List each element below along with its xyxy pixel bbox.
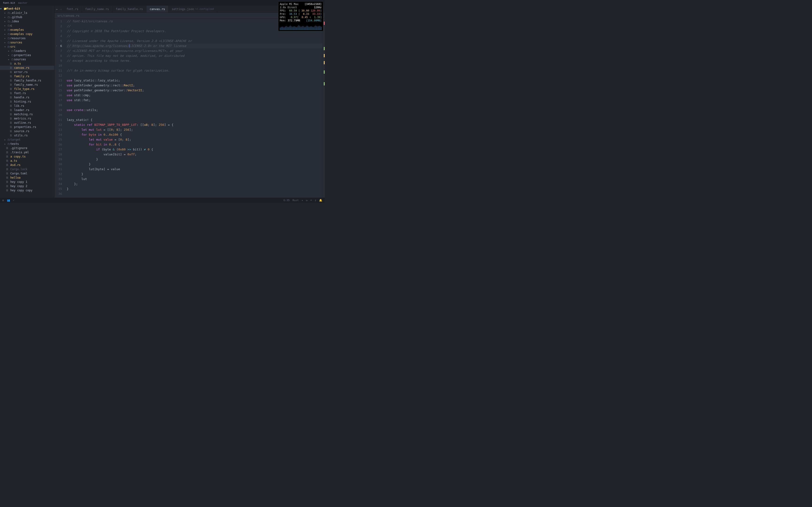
- code-line[interactable]: // http://www.apache.org/licenses/LICENS…: [67, 44, 322, 48]
- minimap-marker[interactable]: [324, 61, 325, 64]
- code-line[interactable]: use std::fmt;: [67, 98, 322, 103]
- code-line[interactable]: }: [67, 162, 322, 167]
- terminal-icon[interactable]: ⌨: [310, 199, 312, 202]
- code-line[interactable]: let mut value = [0; 8];: [67, 137, 322, 142]
- tree-item[interactable]: ▸ 🗀.elixir_ls: [0, 11, 54, 15]
- tab[interactable]: settings.json~/.config/zed: [168, 6, 217, 12]
- code-line[interactable]: // <LICENSE-MIT or http://opensource.org…: [67, 48, 322, 53]
- nav-back-icon[interactable]: ←: [56, 7, 58, 11]
- panel-toggle-icon[interactable]: ⊞: [2, 199, 4, 202]
- tab[interactable]: family_handle.rs: [112, 6, 147, 12]
- minimap-marker[interactable]: [324, 47, 325, 50]
- cursor-position[interactable]: 6:35: [284, 199, 290, 202]
- tree-item[interactable]: ▸ 🗀sources: [0, 40, 54, 45]
- tree-item[interactable]: 🗎source.rs: [0, 129, 54, 133]
- tree-item[interactable]: 🗎family.rs: [0, 74, 54, 78]
- tree-item[interactable]: 🗎utils.rs: [0, 133, 54, 137]
- tree-item[interactable]: ▸ 🗀loaders: [0, 49, 54, 53]
- code-line[interactable]: use crate::utils;: [67, 108, 322, 112]
- tree-item[interactable]: 🗎outline.rs: [0, 121, 54, 125]
- tree-item[interactable]: 🗎.travis.yml: [0, 150, 54, 155]
- tree-item[interactable]: ▸ 🗀properties: [0, 53, 54, 57]
- code-line[interactable]: for bit in 0..8 {: [67, 142, 322, 147]
- tree-item[interactable]: ▸ 🗀.github: [0, 15, 54, 19]
- code-line[interactable]: //: [67, 34, 322, 39]
- notification-icon[interactable]: 🔔: [319, 199, 322, 202]
- code-area[interactable]: 12345⚡6789101112131415161718192021222324…: [54, 19, 325, 198]
- code-line[interactable]: [67, 112, 322, 117]
- tree-item[interactable]: 🗎file_type.rs: [0, 87, 54, 91]
- tree-item[interactable]: ▸ 🗀resources: [0, 36, 54, 40]
- code-line[interactable]: // except according to those terms.: [67, 58, 322, 63]
- code-line[interactable]: value[bit] = 0xff;: [67, 152, 322, 157]
- code-line[interactable]: lazy_static! {: [67, 117, 322, 122]
- code-line[interactable]: use lazy_static::lazy_static;: [67, 78, 322, 83]
- tree-item[interactable]: ▸ 🗀examples copy: [0, 32, 54, 36]
- code-line[interactable]: }: [67, 172, 322, 176]
- nav-forward-icon[interactable]: →: [60, 7, 61, 11]
- tree-item[interactable]: 🗎family_name.rs: [0, 82, 54, 87]
- run-icon[interactable]: ⚡: [56, 44, 57, 48]
- tree-item[interactable]: 🗎properties.rs: [0, 125, 54, 129]
- tab[interactable]: family_name.rs: [82, 6, 112, 12]
- code-line[interactable]: lut: [67, 176, 322, 181]
- collab-icon[interactable]: 👥: [7, 199, 10, 202]
- code-line[interactable]: static ref BITMAP_1BPP_TO_8BPP_LUT: [[u8…: [67, 122, 322, 127]
- code-line[interactable]: use std::cmp;: [67, 93, 322, 98]
- zed-icon[interactable]: z: [315, 199, 316, 202]
- minimap-marker[interactable]: [324, 70, 325, 74]
- tree-item[interactable]: 🗎metrics.rs: [0, 116, 54, 121]
- tree-item[interactable]: 🗎font.rs: [0, 91, 54, 95]
- tree-item[interactable]: 🗎lib.rs: [0, 104, 54, 108]
- tree-item[interactable]: ▸ 🗀examples: [0, 28, 54, 32]
- tree-item[interactable]: 🗎canvas.rs: [0, 66, 54, 70]
- code-line[interactable]: };: [67, 181, 322, 186]
- code-line[interactable]: }: [67, 157, 322, 162]
- tree-item[interactable]: 🗎Cargo.lock: [0, 167, 54, 171]
- code-line[interactable]: // Licensed under the Apache License, Ve…: [67, 39, 322, 44]
- tree-item[interactable]: 🗎Asd.rs: [0, 163, 54, 167]
- tree-item[interactable]: 🗎Cargo.toml: [0, 171, 54, 176]
- code-line[interactable]: [67, 63, 322, 68]
- tree-item[interactable]: 🗎matching.rs: [0, 112, 54, 116]
- tree-item[interactable]: ▸ 🗀.idea: [0, 19, 54, 23]
- tree-item[interactable]: 🗎helloa: [0, 176, 54, 180]
- tree-item[interactable]: 🗎error.rs: [0, 70, 54, 74]
- code-line[interactable]: }: [67, 186, 322, 191]
- code-line[interactable]: [67, 191, 322, 196]
- check-icon[interactable]: ✓: [13, 199, 14, 202]
- tree-root[interactable]: ▾ 📁font-kit: [0, 7, 54, 11]
- tree-item[interactable]: ▸ 🗀sources: [0, 57, 54, 61]
- tree-item[interactable]: 🗎family_handle.rs: [0, 78, 54, 82]
- feedback-icon[interactable]: ✉: [306, 199, 308, 202]
- code-line[interactable]: for byte in 0..0x100 {: [67, 132, 322, 137]
- file-tree[interactable]: ▾ 📁font-kit▸ 🗀.elixir_ls▸ 🗀.github▸ 🗀.id…: [0, 6, 54, 198]
- tab[interactable]: font.rs: [63, 6, 82, 12]
- tab[interactable]: canvas.rs: [146, 6, 168, 12]
- minimap[interactable]: [322, 19, 325, 198]
- language-mode[interactable]: Rust: [293, 199, 299, 202]
- tree-item[interactable]: 🗎hey copy 2: [0, 184, 54, 188]
- tree-item[interactable]: 🗎hinting.rs: [0, 100, 54, 104]
- code-line[interactable]: lut[byte] = value: [67, 167, 322, 172]
- code-line[interactable]: [67, 73, 322, 78]
- code-line[interactable]: //! An in-memory bitmap surface for glyp…: [67, 68, 322, 73]
- project-name[interactable]: font-kit: [3, 1, 15, 4]
- code-line[interactable]: let mut lut = [[0; 8]; 256];: [67, 127, 322, 132]
- tree-item[interactable]: 🗎a.ts: [0, 159, 54, 163]
- minimap-marker[interactable]: [324, 82, 325, 86]
- tree-item[interactable]: ▸ 🗀tests: [0, 142, 54, 146]
- tree-item[interactable]: 🗎loader.rs: [0, 108, 54, 112]
- tree-item[interactable]: 🗎a copy.ts: [0, 155, 54, 159]
- code-line[interactable]: use pathfinder_geometry::vector::Vector2…: [67, 88, 322, 93]
- tree-item[interactable]: 🗎.gitignore: [0, 146, 54, 150]
- code-line[interactable]: [67, 103, 322, 108]
- code-line[interactable]: use pathfinder_geometry::rect::RectI;: [67, 83, 322, 88]
- tree-item[interactable]: ▸ 🗀target: [0, 137, 54, 142]
- tree-item[interactable]: 🗎hey copy 1: [0, 180, 54, 184]
- minimap-marker[interactable]: [324, 21, 325, 25]
- tree-item[interactable]: 🗎hey copy copy: [0, 188, 54, 192]
- tree-item[interactable]: ▾ 🗁src: [0, 45, 54, 49]
- git-branch[interactable]: master: [18, 1, 28, 4]
- tree-item[interactable]: 🗎handle.rs: [0, 95, 54, 100]
